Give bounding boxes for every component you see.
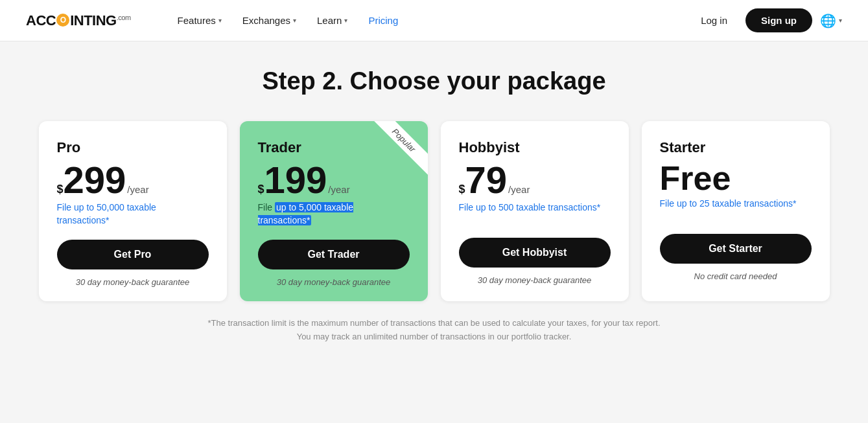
plan-price-starter: Free	[660, 161, 812, 195]
nav-right: Log in Sign up 🌐 ▾	[690, 8, 842, 32]
price-amount-hobbyist: 79	[465, 161, 508, 199]
price-amount-trader: 199	[264, 161, 327, 199]
get-hobbyist-button[interactable]: Get Hobbyist	[459, 238, 611, 268]
language-selector[interactable]: 🌐 ▾	[820, 13, 842, 29]
chevron-down-icon: ▾	[218, 17, 222, 24]
get-pro-button[interactable]: Get Pro	[57, 240, 209, 269]
get-starter-button[interactable]: Get Starter	[660, 234, 812, 264]
nav-label-learn: Learn	[317, 15, 342, 26]
plan-description-pro: File up to 50,000 taxable transactions*	[57, 201, 209, 227]
nav-item-features[interactable]: Features ▾	[170, 10, 229, 31]
chevron-down-icon: ▾	[839, 17, 842, 24]
plan-card-trader: Popular Trader $ 199 /year File up to 5,…	[240, 121, 428, 301]
page-title: Step 2. Choose your package	[262, 67, 605, 95]
plan-card-pro: Pro $ 299 /year File up to 50,000 taxabl…	[39, 121, 227, 301]
logo-dotcom: .com	[117, 13, 131, 21]
nav-links: Features ▾ Exchanges ▾ Learn ▾ Pricing	[170, 10, 691, 31]
globe-icon: 🌐	[820, 13, 836, 29]
price-period-trader: /year	[328, 184, 349, 195]
plan-description-hobbyist: File up to 500 taxable transactions*	[459, 201, 611, 225]
plan-description-starter: File up to 25 taxable transactions*	[660, 198, 812, 221]
login-button[interactable]: Log in	[690, 10, 738, 31]
price-amount-pro: 299	[64, 161, 126, 199]
price-period-pro: /year	[127, 184, 148, 195]
main-content: Step 2. Choose your package Pro $ 299 /y…	[0, 41, 868, 357]
chevron-down-icon: ▾	[344, 17, 347, 24]
plan-price-trader: $ 199 /year	[258, 161, 410, 199]
nav-label-features: Features	[178, 15, 216, 26]
nav-item-pricing[interactable]: Pricing	[360, 10, 406, 31]
plan-name-trader: Trader	[258, 139, 410, 156]
plan-price-pro: $ 299 /year	[57, 161, 209, 199]
plan-note-pro: 30 day money-back guarantee	[57, 277, 209, 287]
plan-name-hobbyist: Hobbyist	[459, 139, 611, 156]
nav-item-learn[interactable]: Learn ▾	[309, 10, 355, 31]
plan-card-hobbyist: Hobbyist $ 79 /year File up to 500 taxab…	[441, 121, 629, 301]
price-period-hobbyist: /year	[508, 184, 530, 195]
price-amount-starter: Free	[660, 161, 731, 195]
get-trader-button[interactable]: Get Trader	[258, 240, 410, 269]
plan-note-trader: 30 day money-back guarantee	[258, 277, 410, 287]
plan-description-trader: File up to 5,000 taxable transactions*	[258, 201, 410, 227]
description-prefix-trader: File	[258, 202, 275, 212]
plan-name-pro: Pro	[57, 139, 209, 156]
plan-card-starter: Starter Free File up to 25 taxable trans…	[642, 121, 830, 301]
plan-note-hobbyist: 30 day money-back guarantee	[459, 275, 611, 285]
plan-name-starter: Starter	[660, 139, 812, 156]
pricing-cards: Pro $ 299 /year File up to 50,000 taxabl…	[26, 121, 843, 301]
plan-note-starter: No credit card needed	[660, 271, 812, 281]
logo[interactable]: ACCOINTING.com	[26, 12, 131, 29]
nav-label-exchanges: Exchanges	[242, 15, 290, 26]
nav-item-exchanges[interactable]: Exchanges ▾	[235, 10, 304, 31]
plan-price-hobbyist: $ 79 /year	[459, 161, 611, 199]
signup-button[interactable]: Sign up	[745, 8, 812, 32]
footnote: *The transaction limit is the maximum nu…	[207, 317, 661, 344]
chevron-down-icon: ▾	[293, 17, 296, 24]
logo-coin: O	[56, 14, 69, 27]
price-symbol-hobbyist: $	[459, 183, 465, 196]
price-symbol-pro: $	[57, 183, 64, 196]
nav-label-pricing: Pricing	[368, 15, 398, 26]
navbar: ACCOINTING.com Features ▾ Exchanges ▾ Le…	[0, 0, 868, 41]
price-symbol-trader: $	[258, 183, 264, 196]
